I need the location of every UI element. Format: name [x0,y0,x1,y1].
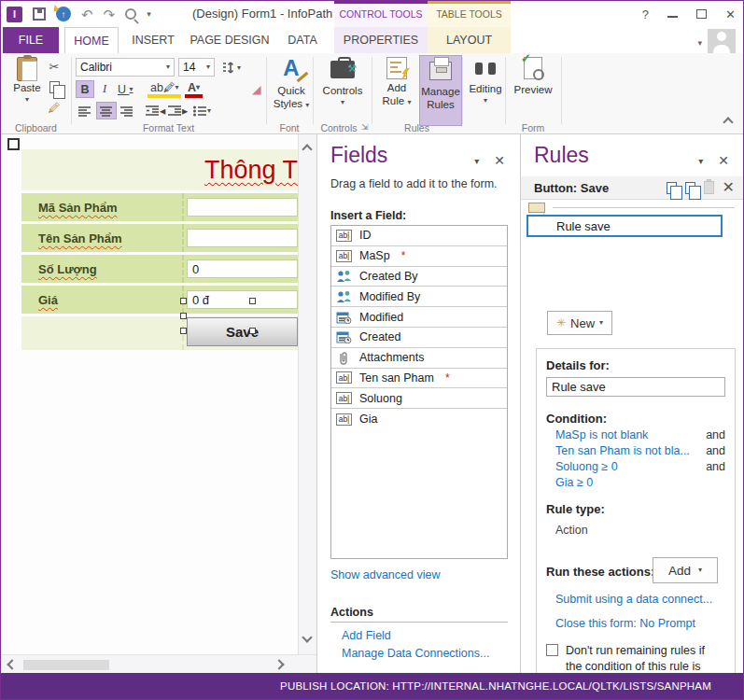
clear-formatting-icon[interactable]: ◢ [249,80,264,98]
condition-link[interactable]: Soluong ≥ 0 [555,460,618,473]
align-right-icon[interactable] [118,102,136,119]
preview-button[interactable]: Preview [511,57,555,96]
add-rule-button[interactable]: Add Rule ▾ [377,57,416,108]
format-painter-icon[interactable]: 🖉 [46,100,63,115]
action-link-close[interactable]: Close this form: No Prompt [555,617,725,630]
stop-rules-checkbox[interactable] [546,644,558,656]
manage-data-connections-link[interactable]: Manage Data Connections... [342,647,489,660]
table-tools-header: TABLE TOOLS [428,1,511,27]
controls-dialog-launcher-icon[interactable]: ⇲ [361,122,369,132]
selection-handle[interactable] [180,298,187,304]
delete-rule-icon[interactable]: ✕ [723,180,735,195]
redo-icon[interactable]: ↷ [104,7,116,21]
tab-home[interactable]: HOME [64,27,119,53]
field-item-created[interactable]: Created [331,328,507,348]
canvas-vertical-scrollbar[interactable] [298,134,316,654]
selection-handle[interactable] [249,298,256,304]
align-center-icon[interactable] [96,102,117,119]
field-item-modified[interactable]: Modified [331,307,507,328]
paste-rule-icon[interactable] [704,181,714,194]
quick-publish-icon[interactable]: ↑ [56,7,71,21]
action-link-submit[interactable]: Submit using a data connect... [555,593,725,606]
input-so-luong[interactable]: 0 [187,259,298,278]
field-item-created-by[interactable]: Created By [331,267,507,287]
scroll-left-icon[interactable] [7,659,17,669]
form-design-canvas[interactable]: Thông T Mã Sản Phẩm Tên Sản Phẩm Số Lượn… [1,134,298,654]
collapse-ribbon-icon[interactable] [723,117,733,127]
bullets-icon[interactable]: ▾ [190,102,214,119]
increase-indent-icon[interactable]: ▸ [165,102,190,119]
underline-button[interactable]: U ▾ [115,80,136,98]
italic-button[interactable]: I [97,80,112,98]
pane-close-icon[interactable]: ✕ [494,153,505,168]
scroll-up-icon[interactable] [302,144,312,154]
input-ten-san-pham[interactable] [187,229,298,247]
selection-handle[interactable] [180,313,187,319]
input-gia[interactable]: 0 đ [187,290,298,309]
controls-button[interactable]: Controls▾ [318,57,367,108]
field-item-modified-by[interactable]: Modified By [331,287,507,307]
input-ma-san-pham[interactable] [187,198,298,217]
condition-link[interactable]: Gia ≥ 0 [555,476,593,489]
add-field-link[interactable]: Add Field [342,629,391,642]
paste-button[interactable]: Paste▾ [8,57,46,105]
canvas-horizontal-scrollbar[interactable] [1,654,316,675]
cut-icon[interactable]: ✂ [46,59,63,74]
save-icon[interactable] [33,7,46,21]
show-advanced-view-link[interactable]: Show advanced view [330,568,440,581]
pane-close-icon[interactable]: ✕ [718,153,729,168]
field-item-attachments[interactable]: Attachments [331,348,507,369]
pane-menu-icon[interactable]: ▾ [474,156,479,166]
copy-rule-icon[interactable] [667,182,677,194]
condition-link[interactable]: Ten san Pham is not bla... [555,444,690,457]
tab-layout[interactable]: LAYOUT [428,27,511,53]
highlight-color-icon[interactable]: ab🖉▾ [147,80,181,98]
bold-button[interactable]: B [76,80,94,98]
undo-icon[interactable]: ↶ [81,7,93,21]
line-spacing-icon[interactable]: ▾ [219,59,244,77]
tab-insert[interactable]: INSERT [125,27,181,53]
add-action-button[interactable]: Add▾ [653,557,718,583]
editing-button[interactable]: Editing▾ [466,57,505,106]
font-name-select[interactable]: Calibri▾ [76,58,175,77]
font-size-select[interactable]: 14▾ [178,58,215,77]
field-item-id[interactable]: ab| ID [331,226,507,246]
label-ma-san-pham: Mã Sản Phẩm [38,201,118,215]
form-title-cell[interactable]: Thông T [21,149,298,190]
help-button[interactable]: ? [642,7,649,21]
new-rule-button[interactable]: ✳ New ▾ [547,311,612,335]
table-select-handle[interactable] [7,138,20,150]
tab-data[interactable]: DATA [278,27,327,53]
user-avatar[interactable] [708,29,736,53]
tab-file[interactable]: FILE [3,27,59,53]
manage-rules-button[interactable]: Manage Rules [419,55,462,126]
tab-properties[interactable]: PROPERTIES [334,27,428,53]
field-item-ten-san-pham[interactable]: ab| Ten san Pham* [331,369,507,389]
quick-styles-button[interactable]: A Quick Styles ▾ [270,57,313,111]
selection-handle[interactable] [249,328,256,334]
tab-page-design[interactable]: PAGE DESIGN [188,27,272,53]
design-checker-icon[interactable] [125,8,136,20]
rule-list-item-selected[interactable]: Rule save [526,215,723,237]
scroll-down-icon[interactable] [302,632,312,642]
field-item-gia[interactable]: ab| Gia [331,409,507,429]
pane-menu-icon[interactable]: ▾ [698,156,703,166]
selection-handle[interactable] [180,328,187,334]
minimize-button[interactable] [667,16,678,18]
ribbon-options-icon[interactable]: ▾ [697,38,702,48]
condition-link[interactable]: MaSp is not blank [555,428,648,441]
maximize-button[interactable] [696,9,707,19]
form-save-button[interactable]: Save [187,317,298,346]
infopath-app-icon[interactable]: I [7,7,22,22]
rule-name-input[interactable]: Rule save [546,377,725,397]
close-button[interactable]: ✕ [725,7,736,21]
field-item-masp[interactable]: ab| MaSp* [331,246,507,267]
scroll-right-icon[interactable] [274,659,284,669]
customize-qat-icon[interactable]: ▾ [147,9,151,19]
font-color-icon[interactable]: A▾ [185,80,203,98]
copy-all-rules-icon[interactable] [685,182,695,194]
field-item-soluong[interactable]: ab| Soluong [331,388,507,409]
copy-icon[interactable] [46,79,63,94]
scrollbar-thumb[interactable] [23,660,109,670]
align-left-icon[interactable] [76,102,94,119]
